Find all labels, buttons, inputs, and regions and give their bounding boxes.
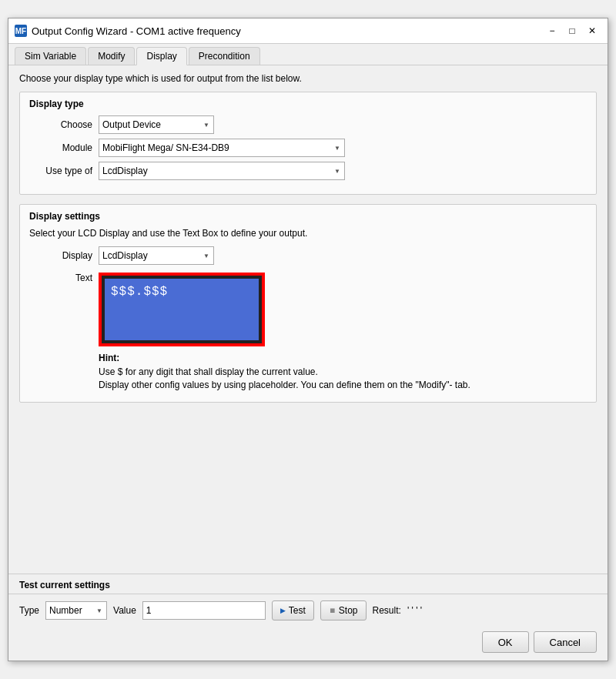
display-select[interactable]: LcdDisplay [99,246,214,265]
tab-modify[interactable]: Modify [88,47,135,65]
display-type-title: Display type [29,99,587,109]
choose-select-wrapper: Output Device [99,115,214,134]
maximize-button[interactable]: □ [563,23,581,38]
display-settings-section: Display settings Select your LCD Display… [19,204,597,403]
hint-label: Hint: [99,353,587,363]
use-type-label: Use type of [29,166,99,176]
hint-line-2: Display other config values by using pla… [99,380,587,390]
value-label: Value [113,605,136,616]
module-select[interactable]: MobiFlight Mega/ SN-E34-DB9 [99,139,345,157]
hint-line-1: Use $ for any digit that shall display t… [99,366,587,377]
test-label: Test [289,605,306,616]
choose-row: Choose Output Device [29,115,587,134]
display-select-wrapper: LcdDisplay [99,246,214,265]
tab-display[interactable]: Display [136,47,186,65]
tab-precondition[interactable]: Precondition [189,47,260,65]
test-section-header: Test current settings [8,574,608,594]
lcd-display: $$$.$$$ [105,279,259,340]
app-icon: MF [15,25,27,37]
type-label: Type [19,605,39,616]
lcd-outer-border: $$$.$$$ [99,273,265,346]
ok-button[interactable]: OK [482,631,529,653]
title-bar-left: MF Output Config Wizard - COM1 active fr… [15,25,241,37]
main-window: MF Output Config Wizard - COM1 active fr… [8,18,608,661]
cancel-button[interactable]: Cancel [534,631,597,653]
use-type-select[interactable]: LcdDisplay [99,162,345,180]
stop-label: Stop [339,605,358,616]
module-select-wrapper: MobiFlight Mega/ SN-E34-DB9 [99,139,345,157]
text-label: Text [29,269,99,283]
main-content: Choose your display type which is used f… [8,65,608,420]
test-bar: Type Number Value Test Stop Result: ' ' … [8,594,608,627]
type-select[interactable]: Number [45,601,107,620]
type-select-wrapper: Number [45,601,107,620]
tab-bar: Sim Variable Modify Display Precondition [8,44,608,65]
choose-select[interactable]: Output Device [99,115,214,134]
use-type-select-wrapper: LcdDisplay [99,162,345,180]
window-title: Output Config Wizard - COM1 active frequ… [32,25,241,37]
intro-text: Choose your display type which is used f… [19,73,597,84]
choose-label: Choose [29,119,99,130]
module-row: Module MobiFlight Mega/ SN-E34-DB9 [29,139,587,157]
hint-section: Hint: Use $ for any digit that shall dis… [99,353,587,390]
use-type-row: Use type of LcdDisplay [29,162,587,180]
test-section-label: Test current settings [19,580,110,590]
display-type-section: Display type Choose Output Device Module… [19,92,597,195]
value-input[interactable] [142,601,266,620]
text-row: Text $$$.$$$ [29,269,587,346]
stop-button[interactable]: Stop [320,600,367,620]
tab-sim-variable[interactable]: Sim Variable [15,47,86,65]
title-bar: MF Output Config Wizard - COM1 active fr… [8,18,608,44]
display-settings-title: Display settings [29,211,587,222]
spacer [8,420,608,574]
close-button[interactable]: ✕ [583,23,601,38]
test-button[interactable]: Test [272,600,314,620]
lcd-preview-area: $$$.$$$ [99,273,265,346]
footer-buttons: OK Cancel [8,627,608,661]
module-label: Module [29,142,99,153]
title-bar-controls: − □ ✕ [543,23,601,38]
display-label: Display [29,250,99,261]
display-row: Display LcdDisplay [29,246,587,265]
result-label: Result: [373,605,401,616]
display-settings-intro: Select your LCD Display and use the Text… [29,228,587,239]
minimize-button[interactable]: − [543,23,561,38]
result-value: ' ' ' ' [407,605,422,616]
